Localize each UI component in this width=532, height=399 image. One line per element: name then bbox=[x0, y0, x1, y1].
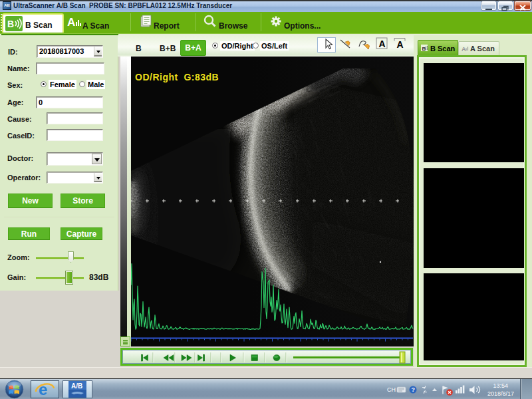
svg-text:B: B bbox=[422, 46, 426, 52]
svg-text:A: A bbox=[397, 39, 404, 50]
svg-text:A: A bbox=[67, 16, 75, 29]
svg-text:B Scan: B Scan bbox=[430, 45, 456, 53]
svg-text:A: A bbox=[379, 39, 386, 49]
svg-text:A: A bbox=[462, 46, 466, 53]
svg-text:CH: CH bbox=[387, 386, 396, 393]
svg-text:B: B bbox=[7, 19, 14, 29]
svg-text:?: ? bbox=[411, 386, 415, 393]
svg-text:A/B: A/B bbox=[71, 382, 82, 390]
svg-text:A Scan: A Scan bbox=[470, 45, 495, 53]
